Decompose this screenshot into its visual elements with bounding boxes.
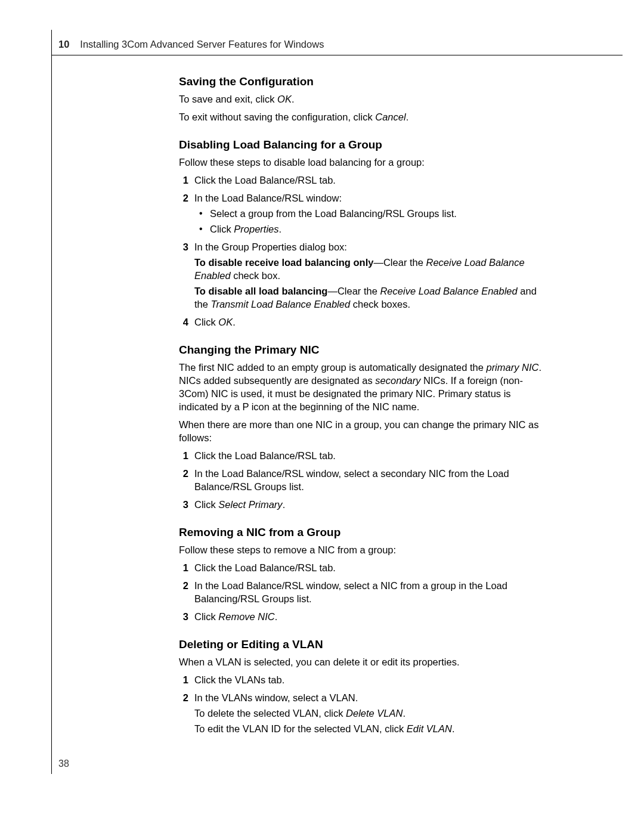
ordered-list: 1 Click the VLANs tab. 2 In the VLANs wi… bbox=[179, 673, 549, 735]
text: . bbox=[406, 112, 409, 122]
page-number-bottom: 38 bbox=[58, 758, 69, 769]
para: Follow these steps to remove a NIC from … bbox=[179, 543, 549, 556]
ordered-list: 1 Click the Load Balance/RSL tab. 2 In t… bbox=[179, 561, 549, 623]
step-number: 2 bbox=[171, 467, 188, 480]
ui-label: Receive Load Balance Enabled bbox=[380, 286, 517, 296]
para: The first NIC added to an empty group is… bbox=[179, 361, 549, 413]
para: To exit without saving the configuration… bbox=[179, 110, 549, 123]
ui-label-properties: Properties bbox=[234, 224, 278, 234]
ui-label-ok: OK bbox=[218, 317, 233, 327]
page-content: Saving the Configuration To save and exi… bbox=[179, 75, 549, 750]
text: In the VLANs window, select a VLAN. bbox=[194, 692, 358, 703]
para: To delete the selected VLAN, click Delet… bbox=[194, 707, 549, 720]
heading-deleting-editing-vlan: Deleting or Editing a VLAN bbox=[179, 637, 549, 652]
text: . bbox=[279, 224, 282, 234]
list-item: 1 Click the Load Balance/RSL tab. bbox=[179, 561, 549, 574]
text: . bbox=[452, 723, 455, 734]
ui-label: Remove NIC bbox=[218, 611, 274, 622]
emphasis: primary NIC bbox=[486, 362, 538, 373]
document-page: 10Installing 3Com Advanced Server Featur… bbox=[0, 0, 644, 833]
text: Click bbox=[210, 224, 234, 234]
emphasis-strong: To disable receive load balancing only bbox=[194, 257, 373, 268]
heading-saving-configuration: Saving the Configuration bbox=[179, 75, 549, 89]
running-header: 10Installing 3Com Advanced Server Featur… bbox=[58, 38, 324, 50]
heading-changing-primary-nic: Changing the Primary NIC bbox=[179, 343, 549, 357]
list-item: 2 In the Load Balance/RSL window, select… bbox=[179, 579, 549, 605]
section-deleting-editing-vlan: Deleting or Editing a VLAN When a VLAN i… bbox=[179, 637, 549, 735]
list-item: 3 Click Select Primary. bbox=[179, 498, 549, 511]
text: . bbox=[283, 499, 286, 510]
text: —Clear the bbox=[373, 257, 426, 268]
section-changing-primary-nic: Changing the Primary NIC The first NIC a… bbox=[179, 343, 549, 511]
text: Click the Load Balance/RSL tab. bbox=[194, 562, 336, 573]
list-item: 1 Click the Load Balance/RSL tab. bbox=[179, 174, 549, 187]
ui-label-ok: OK bbox=[277, 94, 292, 104]
list-item: 3 In the Group Properties dialog box: To… bbox=[179, 240, 549, 311]
section-saving-configuration: Saving the Configuration To save and exi… bbox=[179, 75, 549, 123]
text: . bbox=[233, 317, 236, 327]
ui-label: Select Primary bbox=[218, 499, 282, 510]
text: In the Load Balance/RSL window, select a… bbox=[194, 580, 507, 604]
step-number: 1 bbox=[171, 449, 188, 462]
ui-label-cancel: Cancel bbox=[375, 112, 405, 122]
text: To edit the VLAN ID for the selected VLA… bbox=[194, 723, 407, 734]
list-item: 1 Click the Load Balance/RSL tab. bbox=[179, 449, 549, 462]
step-number: 2 bbox=[171, 191, 188, 205]
list-item: 2 In the Load Balance/RSL window: Select… bbox=[179, 191, 549, 236]
emphasis: secondary bbox=[375, 375, 420, 386]
text: . bbox=[402, 708, 405, 719]
text: . bbox=[275, 611, 278, 622]
list-item: 4 Click OK. bbox=[179, 315, 549, 329]
text: Click the VLANs tab. bbox=[194, 674, 284, 685]
heading-disabling-load-balancing: Disabling Load Balancing for a Group bbox=[179, 138, 549, 152]
text: Click bbox=[194, 611, 218, 622]
text: Select a group from the Load Balancing/R… bbox=[210, 208, 457, 219]
list-item: 2 In the Load Balance/RSL window, select… bbox=[179, 467, 549, 493]
ui-label: Edit VLAN bbox=[407, 723, 452, 734]
heading-removing-nic: Removing a NIC from a Group bbox=[179, 525, 549, 540]
ui-label: Delete VLAN bbox=[346, 708, 402, 719]
header-rule-vertical bbox=[51, 30, 52, 55]
section-disabling-load-balancing: Disabling Load Balancing for a Group Fol… bbox=[179, 138, 549, 329]
section-removing-nic: Removing a NIC from a Group Follow these… bbox=[179, 525, 549, 623]
text: To delete the selected VLAN, click bbox=[194, 708, 346, 719]
text: The first NIC added to an empty group is… bbox=[179, 362, 486, 373]
para: Follow these steps to disable load balan… bbox=[179, 156, 549, 169]
emphasis-strong: To disable all load balancing bbox=[194, 286, 327, 296]
text: check boxes. bbox=[350, 299, 410, 309]
para: When a VLAN is selected, you can delete … bbox=[179, 655, 549, 668]
text: —Clear the bbox=[327, 286, 380, 296]
bullet-list: Select a group from the Load Balancing/R… bbox=[194, 207, 549, 236]
list-item: 2 In the VLANs window, select a VLAN. To… bbox=[179, 691, 549, 735]
para: To edit the VLAN ID for the selected VLA… bbox=[194, 722, 549, 735]
list-item: 3 Click Remove NIC. bbox=[179, 610, 549, 623]
step-number: 1 bbox=[171, 174, 188, 187]
para: When there are more than one NIC in a gr… bbox=[179, 418, 549, 444]
text: In the Load Balance/RSL window, select a… bbox=[194, 468, 509, 492]
step-number: 3 bbox=[171, 610, 188, 623]
ordered-list: 1 Click the Load Balance/RSL tab. 2 In t… bbox=[179, 174, 549, 329]
list-item: 1 Click the VLANs tab. bbox=[179, 673, 549, 686]
ui-label: Transmit Load Balance Enabled bbox=[211, 299, 351, 309]
step-number: 3 bbox=[171, 240, 188, 253]
running-title: Installing 3Com Advanced Server Features… bbox=[80, 39, 324, 49]
step-number: 4 bbox=[171, 315, 188, 329]
step-number: 1 bbox=[171, 561, 188, 574]
list-item: Click Properties. bbox=[194, 222, 549, 236]
text: To save and exit, click bbox=[179, 94, 277, 104]
para: To save and exit, click OK. bbox=[179, 92, 549, 106]
ordered-list: 1 Click the Load Balance/RSL tab. 2 In t… bbox=[179, 449, 549, 511]
page-number-top: 10 bbox=[58, 39, 69, 49]
header-rule-horizontal bbox=[51, 55, 623, 55]
margin-vertical-rule bbox=[51, 55, 52, 774]
text: In the Group Properties dialog box: bbox=[194, 241, 347, 252]
step-number: 2 bbox=[171, 691, 188, 704]
text: Click the Load Balance/RSL tab. bbox=[194, 175, 336, 185]
para: To disable all load balancing—Clear the … bbox=[194, 284, 549, 311]
text: Click bbox=[194, 317, 218, 327]
text: . bbox=[292, 94, 295, 104]
step-number: 1 bbox=[171, 673, 188, 686]
text: check box. bbox=[231, 270, 280, 281]
step-number: 3 bbox=[171, 498, 188, 511]
text: In the Load Balance/RSL window: bbox=[194, 193, 342, 203]
